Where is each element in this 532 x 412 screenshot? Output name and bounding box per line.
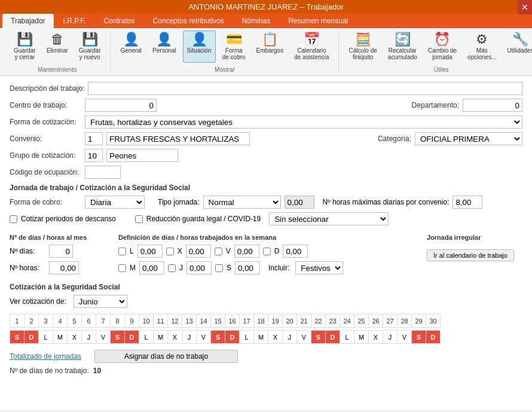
mas-opciones-button[interactable]: ⚙Másopciones... [463, 30, 500, 63]
cal-day-5: 5 [68, 315, 82, 328]
ir-calendario-btn[interactable]: Ir al calendario de trabajo [427, 249, 514, 261]
categoria-select[interactable]: OFICIAL PRIMERA [415, 132, 522, 145]
lunes-val[interactable] [137, 245, 163, 258]
personal-button[interactable]: 👤Personal [148, 30, 180, 63]
cal-day-28: 28 [398, 315, 412, 328]
asignar-btn[interactable]: Asignar días de no trabajo [94, 350, 238, 363]
toolbar: 💾Guardary cerrar🗑Eliminar💾Guardary nuevo… [0, 28, 532, 76]
num-dias-input[interactable] [49, 245, 73, 258]
jornada-irregular-title: Jornada irregular [427, 234, 522, 241]
tab-contratos[interactable]: Contratos [95, 14, 143, 28]
save-close-button[interactable]: 💾Guardary cerrar [10, 30, 40, 63]
forma-cobro-select[interactable]: Diaria [85, 196, 145, 209]
sabado-val[interactable] [235, 261, 260, 274]
cal-day-7: 7 [96, 315, 111, 328]
cal-day-22: 22 [311, 315, 326, 328]
centro-label: Centro de trabajo: [10, 101, 81, 109]
jornada-irregular-block: Jornada irregular Ir al calendario de tr… [427, 229, 522, 261]
no-trabajo-label: Nº de días de no trabajo: [10, 367, 88, 375]
close-button[interactable]: ✕ [518, 0, 532, 14]
cal-day-27: 27 [383, 315, 398, 328]
lunes-cb[interactable] [118, 248, 126, 255]
jueves-cb[interactable] [168, 264, 176, 272]
cal-day-21: 21 [297, 315, 311, 328]
horas-maximas-input[interactable] [452, 196, 482, 209]
horas-value[interactable] [285, 196, 314, 209]
grupo-label: Grupo de cotización: [10, 151, 81, 160]
cambio-jornada-button[interactable]: ⏰Cambio dejornada [424, 30, 461, 63]
recalcular-button[interactable]: 🔄Recalcularacumulado [384, 30, 421, 63]
cal-day-1: 1 [10, 315, 25, 328]
calendar-container: 1234567891011121314151617181920212223242… [10, 312, 522, 346]
grupo-name[interactable] [106, 149, 178, 162]
general-button[interactable]: 👤General [117, 30, 146, 63]
utilidades-button[interactable]: 🔧Utilidades [503, 30, 532, 63]
codigo-input[interactable] [85, 166, 121, 179]
tab-nóminas[interactable]: Nóminas [234, 14, 279, 28]
sabado-cb[interactable] [215, 264, 223, 272]
miercoles-cb[interactable] [166, 248, 174, 255]
cotizar-label: Cotizar periodos de descanso [21, 215, 116, 223]
grupo-num[interactable] [85, 149, 103, 162]
cal-day-30: 30 [426, 315, 441, 328]
num-horas-input[interactable] [49, 261, 79, 274]
sabado-label: S [227, 264, 231, 272]
def-row2: M J S Incluir: Festivos [118, 261, 414, 274]
tipo-jornada-select[interactable]: Normal [203, 196, 281, 209]
forma-cotizacion-select[interactable]: Frutas, hortalizas y conservas vegetales [85, 115, 522, 129]
cotizar-checkbox[interactable] [10, 215, 17, 223]
convenio-label: Convenio: [10, 135, 81, 143]
cal-day-4: 4 [53, 315, 68, 328]
convenio-name[interactable] [106, 132, 250, 145]
descripcion-input[interactable] [88, 82, 522, 95]
ver-cotizacion-select[interactable]: Junio [74, 295, 127, 308]
martes-val[interactable] [139, 261, 164, 274]
cal-label-21: S [311, 331, 326, 344]
domingo-val[interactable] [283, 245, 308, 258]
no-trabajo-row: Nº de días de no trabajo: 10 [10, 367, 522, 375]
num-dias-horas-block: Nº de días / horas al mes Nº días: Nº ho… [10, 229, 105, 278]
reduccion-checkbox[interactable] [135, 215, 143, 223]
miercoles-val[interactable] [186, 245, 211, 258]
cal-label-24: M [354, 331, 369, 344]
tab-resumen-mensual[interactable]: Resumen mensual [280, 14, 356, 28]
cal-label-29: D [426, 331, 441, 344]
title-bar: ANTONIO MARTINEZ JUAREZ – Trabajador ✕ [0, 0, 532, 14]
cal-day-15: 15 [211, 315, 225, 328]
tab-i.r.p.f.[interactable]: I.R.P.F. [55, 14, 94, 28]
delete-icon: 🗑 [51, 33, 64, 46]
sin-seleccionar-select[interactable]: Sin seleccionar [269, 212, 389, 225]
tab-bar: TrabajadorI.R.P.F.ContratosConceptos ret… [0, 14, 532, 28]
cal-label-19: J [283, 331, 297, 344]
cal-day-8: 8 [111, 315, 125, 328]
departamento-input[interactable] [463, 99, 522, 112]
centro-input[interactable] [85, 99, 157, 112]
save-new-button[interactable]: 💾Guardary nuevo [75, 30, 105, 63]
delete-button[interactable]: 🗑Eliminar [42, 30, 72, 63]
cal-label-5: J [82, 331, 96, 344]
toolbar-group-label: Útiles [433, 66, 448, 73]
domingo-cb[interactable] [263, 248, 271, 255]
situacion-button[interactable]: 👤Situación [183, 30, 216, 63]
utilidades-icon: 🔧 [512, 33, 528, 46]
cal-label-12: J [182, 331, 197, 344]
tab-conceptos-retributivos[interactable]: Conceptos retributivos [144, 14, 232, 28]
cal-day-25: 25 [354, 315, 369, 328]
viernes-cb[interactable] [215, 248, 222, 255]
calculo-button[interactable]: 🧮Cálculo definiquito [345, 30, 381, 63]
calendario-button[interactable]: 📅Calendariode asistencia [290, 30, 333, 63]
jueves-val[interactable] [186, 261, 212, 274]
cal-label-17: M [254, 331, 268, 344]
tab-trabajador[interactable]: Trabajador [2, 14, 54, 28]
tipo-jornada-label: Tipo jornada: [158, 198, 200, 206]
viernes-val[interactable] [234, 245, 259, 258]
forma-cobro-button[interactable]: 💳Formade cobro [218, 30, 250, 63]
totalizado-btn[interactable]: Totalizado de jornadas [10, 352, 81, 361]
cal-day-10: 10 [139, 315, 154, 328]
martes-cb[interactable] [118, 264, 126, 272]
convenio-num[interactable] [85, 132, 103, 145]
cal-day-2: 2 [25, 315, 39, 328]
jornada-row1: Forma de cobro: Diaria Tipo jornada: Nor… [10, 196, 522, 209]
incluir-select[interactable]: Festivos [295, 261, 343, 274]
embargos-button[interactable]: 📋Embargos [252, 30, 288, 63]
